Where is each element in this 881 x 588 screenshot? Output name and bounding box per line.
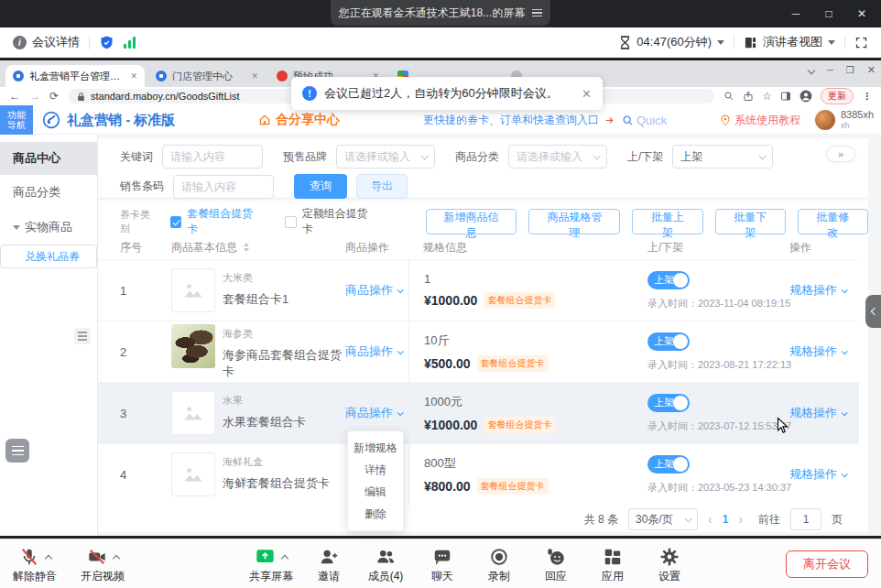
goto-page-input[interactable] <box>790 508 821 530</box>
share-icon[interactable] <box>743 91 754 102</box>
menu-item-detail[interactable]: 详情 <box>348 459 403 481</box>
function-nav-button[interactable]: 功能 导航 <box>0 105 33 135</box>
meeting-timer[interactable]: 04:47(60分钟) <box>619 34 724 50</box>
barcode-input[interactable] <box>173 175 274 199</box>
floating-panel-widget[interactable] <box>5 439 29 463</box>
brand-select[interactable]: 请选择或输入 <box>336 145 435 169</box>
browser-maximize-button[interactable]: ❐ <box>846 65 854 75</box>
unmute-button[interactable]: 解除静音 <box>13 545 57 584</box>
checkbox-combo-card[interactable]: 套餐组合提货卡 <box>170 206 262 237</box>
profile-avatar-icon[interactable] <box>799 90 812 103</box>
shelf-toggle[interactable]: 上架 <box>647 332 690 351</box>
back-icon[interactable]: ← <box>9 91 20 102</box>
maximize-button[interactable]: □ <box>817 7 841 20</box>
quick-search-link[interactable]: Quick <box>622 114 667 127</box>
share-screen-button[interactable]: 共享屏幕 <box>249 545 293 584</box>
shelf-toggle[interactable]: 上架 <box>647 394 690 412</box>
side-panel-icon[interactable] <box>780 91 791 102</box>
share-options-caret[interactable] <box>281 555 288 562</box>
sidebar-item-physical-goods[interactable]: 实物商品 <box>0 210 97 245</box>
close-button[interactable]: ✕ <box>850 7 874 20</box>
spec-operation-link[interactable]: 规格操作 <box>789 343 859 360</box>
view-mode-button[interactable]: 演讲者视图 <box>744 34 835 50</box>
expand-filters-button[interactable]: » <box>826 146 855 162</box>
members-icon <box>375 547 396 567</box>
toast-close-icon[interactable]: ✕ <box>582 87 592 101</box>
sidebar-section-goods-center[interactable]: 商品中心 <box>0 142 97 175</box>
start-video-button[interactable]: 开启视频 <box>81 545 125 584</box>
pin-icon <box>720 114 731 126</box>
col-info[interactable]: 商品基本信息 <box>171 240 345 256</box>
meeting-window: 您正在观看金禾通技术王斌18...的屏幕 ─ □ ✕ i 会议详情 04:47(… <box>0 0 881 588</box>
batch-off-shelf-button[interactable]: 批量下架 <box>715 209 786 234</box>
search-button[interactable]: 查询 <box>294 174 347 199</box>
fullscreen-icon[interactable] <box>854 36 868 49</box>
zoom-icon[interactable] <box>723 91 734 102</box>
sort-icon[interactable] <box>244 243 249 252</box>
security-shield-icon[interactable] <box>99 35 114 50</box>
browser-menu-icon[interactable]: ⋮ <box>862 91 872 103</box>
sidebar-item-goods-category[interactable]: 商品分类 <box>0 175 97 210</box>
menu-item-edit[interactable]: 编辑 <box>348 481 403 503</box>
invite-button[interactable]: 邀请 <box>308 545 350 584</box>
bookmark-star-icon[interactable]: ☆ <box>762 90 772 103</box>
network-signal-icon[interactable] <box>124 37 136 49</box>
spec-manage-button[interactable]: 商品规格管理 <box>528 209 620 234</box>
refresh-icon[interactable]: ⟳ <box>49 91 59 102</box>
sidebar-collapse-handle[interactable] <box>74 328 91 344</box>
sidebar-item-gift-voucher[interactable]: 兑换礼品券 <box>0 245 97 268</box>
add-goods-button[interactable]: 新增商品信息 <box>426 209 517 234</box>
chevron-down-icon <box>717 40 724 45</box>
browser-minimize-button[interactable]: ─ <box>827 65 833 75</box>
export-button[interactable]: 导出 <box>356 174 408 199</box>
reactions-button[interactable]: 回应 <box>535 545 577 584</box>
menu-item-add-spec[interactable]: 新增规格 <box>348 437 403 459</box>
prev-page-button[interactable]: ‹ <box>708 512 712 527</box>
col-shelf: 上/下架 <box>647 240 789 256</box>
tutorial-link[interactable]: 系统使用教程 <box>720 105 800 135</box>
record-button[interactable]: 录制 <box>478 545 520 584</box>
members-button[interactable]: 成员(4) <box>364 545 407 584</box>
minimize-button[interactable]: ─ <box>784 7 808 20</box>
tab-close-icon[interactable]: ✕ <box>130 71 137 81</box>
category-select[interactable]: 请选择或输入 <box>508 145 607 169</box>
forward-icon[interactable]: → <box>29 91 40 102</box>
checkbox-fixed-card[interactable]: 定额组合提货卡 <box>285 206 376 237</box>
side-panel-handle[interactable] <box>865 295 881 328</box>
lock-icon <box>77 92 85 102</box>
browser-close-button[interactable]: ✕ <box>867 64 876 76</box>
view-mode-label: 演讲者视图 <box>763 34 822 50</box>
apps-button[interactable]: 应用 <box>592 545 634 584</box>
chat-button[interactable]: 聊天 <box>421 545 463 584</box>
page-size-select[interactable]: 30条/页 <box>628 508 698 530</box>
browser-tab-gift-admin[interactable]: 礼盒营销平台管理中心 ✕ <box>5 65 145 87</box>
shelf-select[interactable]: 上架 <box>672 145 773 169</box>
meeting-timer-text: 04:47(60分钟) <box>636 34 712 50</box>
spec-operation-link[interactable]: 规格操作 <box>789 405 859 421</box>
shelf-toggle[interactable]: 上架 <box>647 455 690 474</box>
sidebar: 商品中心 商品分类 实物商品 兑换礼品券 <box>0 135 98 536</box>
current-page[interactable]: 1 <box>723 513 729 526</box>
meeting-bottom-toolbar: 解除静音 开启视频 <box>0 539 881 588</box>
keyword-input[interactable] <box>162 145 263 169</box>
tab-search-icon[interactable] <box>807 66 814 73</box>
menu-item-delete[interactable]: 删除 <box>348 503 403 525</box>
batch-on-shelf-button[interactable]: 批量上架 <box>632 209 702 234</box>
user-menu[interactable]: 8385xh xh <box>815 105 874 135</box>
leave-meeting-button[interactable]: 离开会议 <box>786 550 868 578</box>
settings-button[interactable]: 设置 <box>648 545 691 584</box>
meeting-detail-button[interactable]: i 会议详情 <box>13 34 80 50</box>
shelf-toggle[interactable]: 上架 <box>647 271 690 289</box>
spec-operation-link[interactable]: 规格操作 <box>789 282 859 299</box>
spec-operation-link[interactable]: 规格操作 <box>789 466 859 483</box>
banner-menu-icon[interactable] <box>532 9 542 17</box>
video-options-caret[interactable] <box>112 555 119 562</box>
browser-update-button[interactable]: 更新 <box>821 88 854 104</box>
next-page-button[interactable]: › <box>738 512 743 527</box>
mic-options-caret[interactable] <box>44 555 51 562</box>
meeting-detail-label: 会议详情 <box>32 34 80 50</box>
category-label: 商品分类 <box>455 149 499 165</box>
batch-edit-button[interactable]: 批量修改 <box>798 209 868 234</box>
browser-tab-store-admin[interactable]: 门店管理中心 ✕ <box>148 65 266 87</box>
tab-close-icon[interactable]: ✕ <box>251 71 258 81</box>
